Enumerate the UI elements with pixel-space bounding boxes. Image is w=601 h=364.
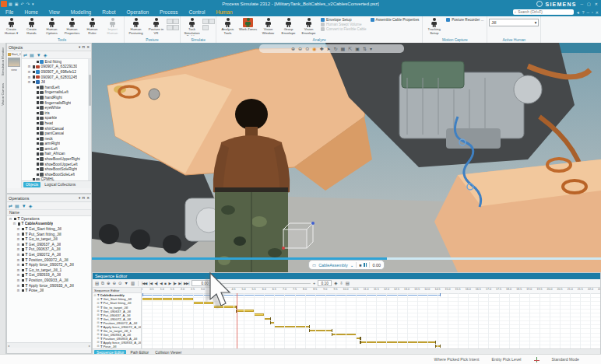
operation-cableassembly[interactable]: ⊟TCableAssembly	[7, 222, 91, 227]
export-icon[interactable]: ⇩	[339, 281, 343, 285]
record-icon[interactable]: ◈	[334, 281, 337, 285]
snapshot-icon[interactable]: ▣	[355, 46, 360, 51]
vision-window-button[interactable]: Vision Window	[258, 17, 278, 36]
sequence-row-pose-jill[interactable]: ⊞TPose_Jill	[93, 345, 141, 348]
operation-put-090637-a-jill[interactable]: ⊞TPut_090637_A_Jill	[7, 247, 91, 253]
operation-get-start-fitting-jill[interactable]: ⊞TGet_Start fitting_Jill	[7, 226, 91, 232]
graphic-viewer[interactable]: ⊕⊖⊙◉✚➤↻▦⇱▣⇅▾ ▭ CableAssembly ⌄ ■ 0.00	[92, 43, 601, 272]
chevron-down-icon[interactable]: ⌄	[350, 263, 354, 268]
scrollbar[interactable]	[88, 59, 91, 180]
close-doc-icon[interactable]: ✕	[596, 10, 599, 15]
measure-icon[interactable]: ⇱	[348, 46, 352, 51]
zoom-fit-icon[interactable]: ⊙	[305, 46, 309, 51]
posture-in-vr-button[interactable]: Posture in VR	[146, 17, 166, 36]
gantt-summary-bar[interactable]	[142, 295, 440, 296]
tracking-setup-button[interactable]: Tracking Setup	[424, 17, 444, 36]
zoom-in-icon[interactable]: ⊕	[107, 281, 111, 285]
tree-item-090907-a-63229130[interactable]: ⊞090907_A_63229130	[22, 65, 91, 70]
options-icon[interactable]: ▾	[370, 46, 372, 51]
tree-sync-icon[interactable]: ⇄	[23, 52, 27, 58]
tool-icon[interactable]	[202, 19, 209, 24]
human-properties-button[interactable]: Human Properties	[62, 17, 82, 36]
task-simulation-builder-button[interactable]: Task Simulation Builder	[182, 17, 202, 36]
print-icon[interactable]: ▤	[346, 281, 350, 285]
visibility-checkbox[interactable]	[37, 112, 39, 114]
voice-icon[interactable]: ◄	[576, 10, 580, 15]
time-interval-field[interactable]: 0.10	[318, 280, 332, 287]
visibility-checkbox[interactable]	[37, 158, 39, 160]
tree-item-hair-african[interactable]: hair_African	[22, 152, 91, 157]
close-icon[interactable]: ✕	[86, 45, 90, 49]
operation-go-to-target-jill[interactable]: ⊞TGo_to_target_Jill	[7, 236, 91, 242]
tool-icon[interactable]	[209, 19, 215, 24]
operation-apply-force-090933-a-jill[interactable]: ⊞TApply force_090933_A_Jill	[7, 283, 91, 289]
operation-operations[interactable]: ⊟TOperations	[7, 216, 91, 222]
view-list-item[interactable]: Start_Cable	[8, 53, 21, 56]
ribbon-tab-modeling[interactable]: Modeling	[65, 8, 97, 17]
view-mode-icon[interactable]: ▤	[30, 52, 34, 58]
step-backward-icon[interactable]: ◀|	[154, 282, 157, 285]
filter-icon[interactable]: ▼	[37, 53, 41, 58]
tool-icon[interactable]	[167, 19, 173, 24]
pin-icon[interactable]: ⊡	[82, 45, 85, 49]
operation-apply-force-090072-a-jill[interactable]: ⊞TApply force_090072_A_Jill	[7, 262, 91, 268]
close-icon[interactable]: ✕	[86, 196, 90, 200]
filter-icon[interactable]: ▼	[125, 281, 128, 285]
ribbon-tab-operation[interactable]: Operation	[121, 8, 155, 17]
assemble-cable-properties-link[interactable]: Assemble Cable Properties	[371, 18, 420, 22]
gantt-bar[interactable]	[274, 326, 309, 328]
tree-item-head[interactable]: head	[22, 121, 91, 126]
tree-item-shoebootupperleft[interactable]: shoeBootUpperLeft	[22, 162, 91, 167]
operation-position-090072-a-jill[interactable]: ⊞TPosition_090072_A_Jill	[7, 257, 91, 263]
envelope-setup-link[interactable]: Envelope Setup	[321, 18, 367, 22]
tree-item-sparkle[interactable]: sparkle	[22, 116, 91, 121]
app-menu-icon[interactable]: ▦	[9, 2, 12, 6]
import-human-button[interactable]: Import Human	[103, 17, 122, 36]
tree-item-090907-a-62831245[interactable]: ⊞090907_A_62831245	[22, 75, 91, 80]
tree-item-jill[interactable]: ⊞Jill	[22, 79, 91, 85]
minimize-ribbon-icon[interactable]: ─	[586, 10, 589, 15]
tool-icon[interactable]	[173, 19, 179, 24]
tool-icon[interactable]	[167, 25, 173, 30]
tree-item-fingernailsright[interactable]: fingernailsRight	[22, 100, 91, 106]
pin-icon[interactable]: ⊡	[82, 196, 85, 200]
select-icon[interactable]: ➤	[326, 46, 330, 51]
tree-item-shirtcasual[interactable]: shirtCasual	[22, 126, 91, 131]
visibility-checkbox[interactable]	[37, 163, 39, 165]
placement-icon[interactable]: ⇅	[363, 46, 367, 51]
tree-item-shoebootsoleright[interactable]: shoeBootSoleRight	[22, 166, 91, 172]
speed-slider[interactable]	[217, 283, 311, 284]
visibility-checkbox[interactable]	[37, 168, 39, 170]
stop-icon[interactable]: ■	[359, 263, 361, 268]
operation-go-to-target-jill-1[interactable]: ⊞TGo_to_target_Jill_1	[7, 268, 91, 273]
visibility-checkbox[interactable]	[37, 91, 39, 93]
undo-icon[interactable]: ↶	[20, 2, 23, 6]
tree-item-shoebootsoleleft[interactable]: shoeBootSoleLeft	[22, 172, 91, 177]
ribbon-tab-robot[interactable]: Robot	[97, 8, 121, 17]
redo-icon[interactable]: ↷	[26, 2, 30, 6]
tree-item-cpmhl[interactable]: CPMHL	[22, 177, 91, 180]
rotate-view-icon[interactable]: ↻	[333, 46, 337, 51]
tree-item-iris[interactable]: iris	[22, 110, 91, 116]
gantt-bar[interactable]	[254, 313, 264, 316]
3d-scene[interactable]	[92, 43, 601, 272]
tree-item-handleft[interactable]: handLeft	[22, 85, 91, 90]
visibility-checkbox[interactable]	[37, 107, 39, 109]
human-swept-volume-link[interactable]: Human Swept Volume	[321, 23, 367, 26]
tree-item-090907-a-698efe12[interactable]: ⊞090907_A_698efe12	[22, 69, 91, 75]
minimize-icon[interactable]: ─	[580, 2, 585, 6]
play-to-end-icon[interactable]: ▶|	[178, 282, 181, 285]
visibility-checkbox[interactable]	[37, 152, 39, 155]
tool-icon[interactable]	[173, 25, 179, 30]
visibility-checkbox[interactable]	[33, 65, 35, 68]
status-item-where-picked-pick-intent[interactable]: Where Picked Pick Intent	[434, 357, 480, 362]
operation-get-090072-a-jill[interactable]: ⊞TGet_090072_A_Jill	[7, 252, 91, 257]
tree-item-shoebootupperright[interactable]: shoeBootUpperRight	[22, 156, 91, 162]
ribbon-tab-file[interactable]: File	[0, 8, 19, 17]
tree-item-armleft[interactable]: armLeft	[22, 146, 91, 152]
pause-icon[interactable]	[364, 263, 367, 267]
play-backward-end-icon[interactable]: |◀	[149, 282, 153, 285]
visibility-checkbox[interactable]	[37, 138, 39, 140]
vision-envelope-button[interactable]: Vision Envelope	[299, 17, 318, 36]
gantt-bar[interactable]	[309, 330, 332, 332]
